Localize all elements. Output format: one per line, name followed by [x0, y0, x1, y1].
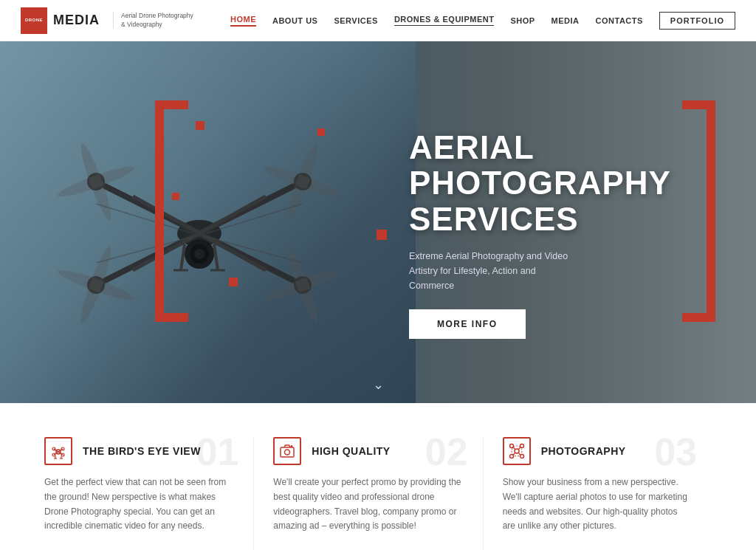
- svg-line-25: [214, 244, 218, 270]
- site-header: DRONE MEDIA Aerial Drone Photography & V…: [0, 0, 756, 41]
- drone-icon: [50, 443, 66, 459]
- logo[interactable]: DRONE MEDIA Aerial Drone Photography & V…: [21, 7, 193, 34]
- accent-sq-3: [229, 278, 238, 286]
- svg-line-57: [513, 453, 515, 456]
- svg-line-6: [199, 196, 266, 233]
- accent-sq-5: [377, 230, 387, 240]
- logo-icon: DRONE: [21, 7, 47, 34]
- nav-services[interactable]: SERVICES: [334, 16, 377, 25]
- feature-icon-3: [503, 437, 531, 465]
- feature-title-2: HIGH QUALITY: [312, 445, 390, 457]
- svg-line-56: [518, 447, 520, 450]
- hero-content: AERIAL PHOTOGRAPHY SERVICES Extreme Aeri…: [409, 130, 690, 339]
- feature-icon-1: [44, 437, 72, 465]
- svg-point-23: [194, 249, 205, 259]
- feature-title-3: PHOTOGRAPHY: [541, 445, 626, 457]
- brand-name: MEDIA: [53, 13, 100, 28]
- hero-title: AERIAL PHOTOGRAPHY SERVICES: [409, 130, 690, 237]
- hero-cta-button[interactable]: MORE INFO: [409, 309, 526, 339]
- accent-sq-2: [172, 193, 179, 200]
- nav-shop[interactable]: SHOP: [510, 16, 535, 25]
- feature-header-3: PHOTOGRAPHY: [503, 437, 693, 465]
- feature-birds-eye: 01 THE BIRD'S: [44, 437, 253, 550]
- nav-home[interactable]: HOME: [230, 15, 256, 27]
- brand-subtitle: Aerial Drone Photography & Videography: [113, 12, 193, 28]
- accent-sq-1: [196, 121, 205, 130]
- feature-title-1: THE BIRD'S EYE VIEW: [83, 445, 201, 457]
- nav-about[interactable]: ABOUT US: [272, 16, 317, 25]
- scroll-indicator[interactable]: ⌄: [373, 377, 384, 393]
- nav-media[interactable]: MEDIA: [551, 16, 580, 25]
- svg-rect-45: [281, 447, 294, 457]
- feature-header-2: HIGH QUALITY: [273, 437, 463, 465]
- feature-desc-3: Show your business from a new perspectiv…: [503, 475, 693, 534]
- svg-point-49: [515, 449, 519, 453]
- accent-sq-4: [317, 128, 325, 136]
- main-nav: HOME ABOUT US SERVICES DRONES & EQUIPMEN…: [230, 12, 735, 30]
- svg-line-55: [513, 447, 515, 450]
- camera-plus-icon: [279, 443, 295, 459]
- feature-header-1: THE BIRD'S EYE VIEW: [44, 437, 234, 465]
- portfolio-button[interactable]: PORTFOLIO: [659, 12, 735, 30]
- hero-subtitle: Extreme Aerial Photography and Video Art…: [409, 249, 571, 293]
- nav-drones[interactable]: DRONES & EQUIPMENT: [394, 15, 495, 26]
- feature-high-quality: 02 HIGH QUALITY We'll create your perfec…: [253, 437, 482, 550]
- feature-icon-2: [273, 437, 301, 465]
- svg-line-58: [518, 453, 520, 456]
- feature-desc-2: We'll create your perfect promo by provi…: [273, 475, 463, 534]
- hero-section: AERIAL PHOTOGRAPHY SERVICES Extreme Aeri…: [0, 41, 756, 403]
- bracket-left: [155, 100, 188, 322]
- drone-circle-icon: [509, 443, 525, 459]
- feature-photography: 03 PHOTOGRAPHY Show your business from: [483, 437, 712, 550]
- svg-point-46: [285, 450, 290, 455]
- feature-desc-1: Get the perfect view that can not be see…: [44, 475, 234, 534]
- features-section: 01 THE BIRD'S: [0, 403, 756, 550]
- nav-contacts[interactable]: CONTACTS: [596, 16, 643, 25]
